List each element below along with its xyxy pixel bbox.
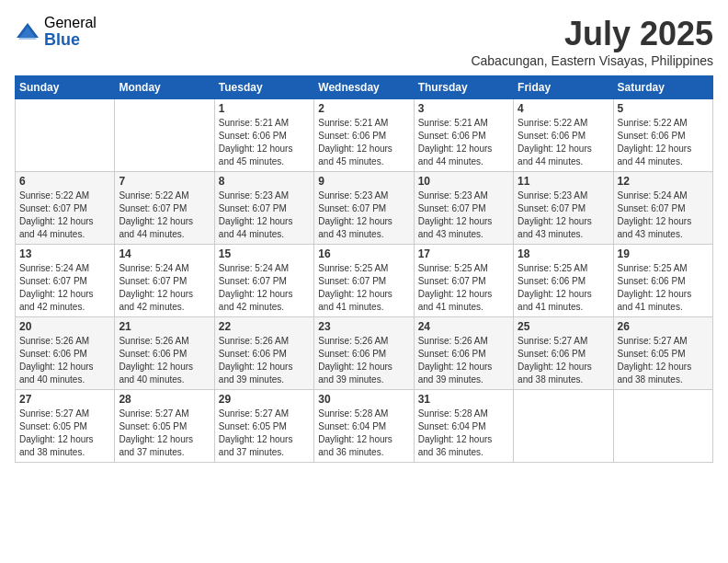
day-number: 27	[19, 393, 110, 406]
day-info: Sunrise: 5:26 AM Sunset: 6:06 PM Dayligh…	[119, 335, 210, 386]
day-info: Sunrise: 5:27 AM Sunset: 6:05 PM Dayligh…	[119, 408, 210, 459]
day-info: Sunrise: 5:27 AM Sunset: 6:05 PM Dayligh…	[19, 408, 110, 459]
calendar-cell: 20Sunrise: 5:26 AM Sunset: 6:06 PM Dayli…	[16, 317, 115, 390]
day-info: Sunrise: 5:22 AM Sunset: 6:06 PM Dayligh…	[618, 117, 709, 168]
day-number: 2	[318, 102, 409, 115]
logo-general: General	[44, 15, 97, 31]
day-number: 10	[418, 175, 509, 188]
logo-text: General Blue	[44, 15, 97, 49]
calendar-cell: 5Sunrise: 5:22 AM Sunset: 6:06 PM Daylig…	[613, 99, 712, 172]
calendar-cell: 21Sunrise: 5:26 AM Sunset: 6:06 PM Dayli…	[115, 317, 214, 390]
calendar-table: SundayMondayTuesdayWednesdayThursdayFrid…	[15, 75, 713, 463]
day-info: Sunrise: 5:23 AM Sunset: 6:07 PM Dayligh…	[318, 190, 409, 241]
day-info: Sunrise: 5:22 AM Sunset: 6:06 PM Dayligh…	[518, 117, 609, 168]
calendar-cell: 15Sunrise: 5:24 AM Sunset: 6:07 PM Dayli…	[214, 245, 313, 317]
day-info: Sunrise: 5:24 AM Sunset: 6:07 PM Dayligh…	[618, 190, 709, 241]
calendar-cell: 13Sunrise: 5:24 AM Sunset: 6:07 PM Dayli…	[16, 245, 115, 317]
weekday-header: Sunday	[16, 76, 115, 99]
day-number: 1	[219, 102, 310, 115]
day-info: Sunrise: 5:22 AM Sunset: 6:07 PM Dayligh…	[119, 190, 210, 241]
calendar-cell: 29Sunrise: 5:27 AM Sunset: 6:05 PM Dayli…	[214, 390, 313, 463]
calendar-cell: 17Sunrise: 5:25 AM Sunset: 6:07 PM Dayli…	[414, 245, 513, 317]
calendar-cell: 30Sunrise: 5:28 AM Sunset: 6:04 PM Dayli…	[314, 390, 414, 463]
day-info: Sunrise: 5:28 AM Sunset: 6:04 PM Dayligh…	[318, 408, 409, 459]
calendar-cell: 24Sunrise: 5:26 AM Sunset: 6:06 PM Dayli…	[414, 317, 513, 390]
day-info: Sunrise: 5:25 AM Sunset: 6:07 PM Dayligh…	[318, 262, 409, 314]
day-number: 11	[518, 175, 609, 188]
day-number: 4	[518, 102, 609, 115]
logo: General Blue	[15, 15, 97, 49]
day-number: 28	[119, 393, 210, 406]
calendar-cell: 19Sunrise: 5:25 AM Sunset: 6:06 PM Dayli…	[613, 245, 712, 317]
month-year: July 2025	[471, 15, 713, 53]
day-number: 3	[418, 102, 509, 115]
day-info: Sunrise: 5:26 AM Sunset: 6:06 PM Dayligh…	[219, 335, 310, 386]
day-number: 22	[219, 320, 310, 333]
day-number: 5	[618, 102, 709, 115]
calendar-cell: 25Sunrise: 5:27 AM Sunset: 6:06 PM Dayli…	[514, 317, 613, 390]
location: Cabacungan, Eastern Visayas, Philippines	[471, 53, 713, 68]
day-info: Sunrise: 5:22 AM Sunset: 6:07 PM Dayligh…	[19, 190, 110, 241]
weekday-header: Tuesday	[214, 76, 313, 99]
day-info: Sunrise: 5:28 AM Sunset: 6:04 PM Dayligh…	[418, 408, 509, 459]
calendar-cell	[514, 390, 613, 463]
weekday-header: Wednesday	[314, 76, 414, 99]
day-number: 31	[418, 393, 509, 406]
day-number: 6	[19, 175, 110, 188]
calendar-week-row: 27Sunrise: 5:27 AM Sunset: 6:05 PM Dayli…	[16, 390, 713, 463]
day-number: 23	[318, 320, 409, 333]
day-number: 29	[219, 393, 310, 406]
day-number: 12	[618, 175, 709, 188]
calendar-week-row: 1Sunrise: 5:21 AM Sunset: 6:06 PM Daylig…	[16, 99, 713, 172]
calendar-cell	[613, 390, 712, 463]
day-info: Sunrise: 5:23 AM Sunset: 6:07 PM Dayligh…	[518, 190, 609, 241]
day-info: Sunrise: 5:23 AM Sunset: 6:07 PM Dayligh…	[418, 190, 509, 241]
calendar-cell: 10Sunrise: 5:23 AM Sunset: 6:07 PM Dayli…	[414, 172, 513, 245]
day-info: Sunrise: 5:24 AM Sunset: 6:07 PM Dayligh…	[219, 262, 310, 314]
calendar-cell: 27Sunrise: 5:27 AM Sunset: 6:05 PM Dayli…	[16, 390, 115, 463]
calendar-cell: 23Sunrise: 5:26 AM Sunset: 6:06 PM Dayli…	[314, 317, 414, 390]
day-info: Sunrise: 5:21 AM Sunset: 6:06 PM Dayligh…	[318, 117, 409, 168]
day-info: Sunrise: 5:25 AM Sunset: 6:06 PM Dayligh…	[618, 262, 709, 314]
day-info: Sunrise: 5:26 AM Sunset: 6:06 PM Dayligh…	[418, 335, 509, 386]
day-info: Sunrise: 5:27 AM Sunset: 6:05 PM Dayligh…	[219, 408, 310, 459]
day-info: Sunrise: 5:26 AM Sunset: 6:06 PM Dayligh…	[19, 335, 110, 386]
day-number: 16	[318, 247, 409, 260]
weekday-header: Monday	[115, 76, 214, 99]
day-info: Sunrise: 5:25 AM Sunset: 6:06 PM Dayligh…	[518, 262, 609, 314]
day-number: 30	[318, 393, 409, 406]
day-info: Sunrise: 5:23 AM Sunset: 6:07 PM Dayligh…	[219, 190, 310, 241]
day-number: 25	[518, 320, 609, 333]
calendar-cell: 28Sunrise: 5:27 AM Sunset: 6:05 PM Dayli…	[115, 390, 214, 463]
calendar-cell: 7Sunrise: 5:22 AM Sunset: 6:07 PM Daylig…	[115, 172, 214, 245]
day-info: Sunrise: 5:27 AM Sunset: 6:05 PM Dayligh…	[618, 335, 709, 386]
calendar-cell: 22Sunrise: 5:26 AM Sunset: 6:06 PM Dayli…	[214, 317, 313, 390]
weekday-header: Friday	[514, 76, 613, 99]
calendar-cell: 6Sunrise: 5:22 AM Sunset: 6:07 PM Daylig…	[16, 172, 115, 245]
day-number: 24	[418, 320, 509, 333]
calendar-week-row: 13Sunrise: 5:24 AM Sunset: 6:07 PM Dayli…	[16, 245, 713, 317]
calendar-cell: 3Sunrise: 5:21 AM Sunset: 6:06 PM Daylig…	[414, 99, 513, 172]
calendar-cell: 16Sunrise: 5:25 AM Sunset: 6:07 PM Dayli…	[314, 245, 414, 317]
weekday-header: Thursday	[414, 76, 513, 99]
calendar-cell: 8Sunrise: 5:23 AM Sunset: 6:07 PM Daylig…	[214, 172, 313, 245]
day-number: 8	[219, 175, 310, 188]
calendar-week-row: 6Sunrise: 5:22 AM Sunset: 6:07 PM Daylig…	[16, 172, 713, 245]
day-number: 9	[318, 175, 409, 188]
day-info: Sunrise: 5:21 AM Sunset: 6:06 PM Dayligh…	[418, 117, 509, 168]
day-number: 19	[618, 247, 709, 260]
day-number: 13	[19, 247, 110, 260]
weekday-header: Saturday	[613, 76, 712, 99]
day-info: Sunrise: 5:24 AM Sunset: 6:07 PM Dayligh…	[119, 262, 210, 314]
day-number: 26	[618, 320, 709, 333]
day-info: Sunrise: 5:21 AM Sunset: 6:06 PM Dayligh…	[219, 117, 310, 168]
day-info: Sunrise: 5:24 AM Sunset: 6:07 PM Dayligh…	[19, 262, 110, 314]
calendar-cell: 31Sunrise: 5:28 AM Sunset: 6:04 PM Dayli…	[414, 390, 513, 463]
logo-blue: Blue	[44, 31, 97, 50]
calendar-cell: 4Sunrise: 5:22 AM Sunset: 6:06 PM Daylig…	[514, 99, 613, 172]
day-info: Sunrise: 5:25 AM Sunset: 6:07 PM Dayligh…	[418, 262, 509, 314]
day-number: 18	[518, 247, 609, 260]
calendar-cell: 9Sunrise: 5:23 AM Sunset: 6:07 PM Daylig…	[314, 172, 414, 245]
day-number: 7	[119, 175, 210, 188]
day-number: 14	[119, 247, 210, 260]
